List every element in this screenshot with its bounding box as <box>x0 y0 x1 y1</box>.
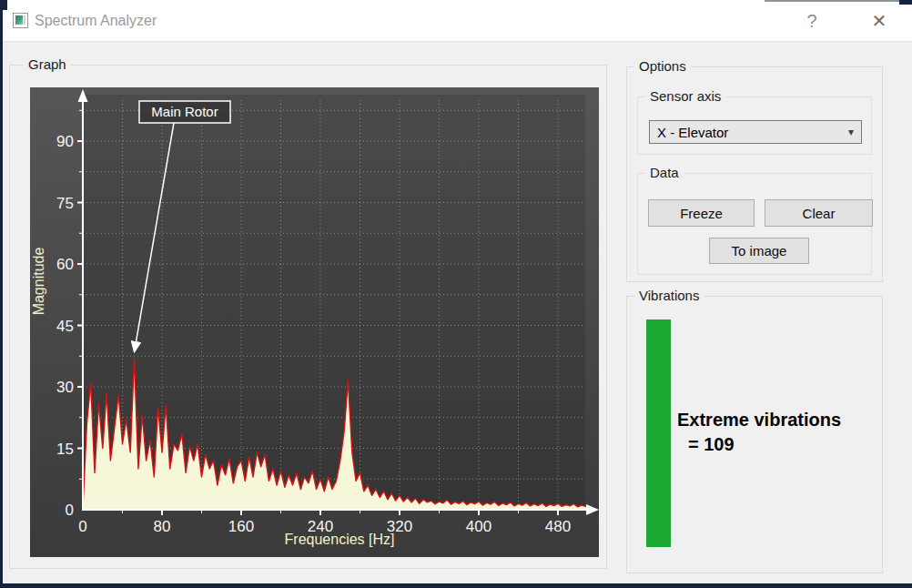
graph-group-label: Graph <box>24 56 71 72</box>
svg-text:75: 75 <box>56 195 74 212</box>
window-left-edge <box>0 0 3 588</box>
svg-text:80: 80 <box>154 518 171 535</box>
freeze-button[interactable]: Freeze <box>648 199 755 227</box>
vibrations-groupbox: Vibrations Extreme vibrations = 109 <box>626 296 883 573</box>
vibration-message-line1: Extreme vibrations <box>677 408 882 432</box>
svg-text:60: 60 <box>56 256 74 273</box>
annotation-label: Main Rotor <box>151 104 218 119</box>
svg-text:0: 0 <box>66 502 74 519</box>
window-title: Spectrum Analyzer <box>35 0 157 41</box>
svg-text:0: 0 <box>78 518 86 535</box>
window-top-right-corner <box>899 0 912 5</box>
app-icon-image <box>15 15 23 25</box>
x-axis-arrow <box>586 504 599 515</box>
sensor-axis-selected-value: X - Elevator <box>657 125 728 140</box>
svg-text:480: 480 <box>545 518 571 535</box>
options-group-label: Options <box>634 58 691 74</box>
window-top-edge <box>765 0 899 2</box>
svg-text:15: 15 <box>56 441 74 458</box>
vibration-message-line2: = 109 <box>677 432 882 457</box>
vibrations-group-label: Vibrations <box>634 288 704 303</box>
sensor-axis-groupbox: Sensor axis X - Elevator ▾ <box>637 96 872 155</box>
sensor-axis-group-label: Sensor axis <box>645 88 725 104</box>
data-groupbox: Data Freeze Clear To image <box>637 173 872 275</box>
window-bottom-edge <box>0 583 912 588</box>
clear-button[interactable]: Clear <box>765 199 873 227</box>
svg-text:160: 160 <box>228 518 254 535</box>
to-image-button[interactable]: To image <box>709 238 809 264</box>
chevron-down-icon: ▾ <box>848 126 854 138</box>
app-icon-detail <box>24 15 25 25</box>
svg-text:45: 45 <box>56 318 74 335</box>
sensor-axis-dropdown[interactable]: X - Elevator ▾ <box>649 120 862 144</box>
data-group-label: Data <box>645 165 684 180</box>
y-axis-label: Magnitude <box>31 248 46 316</box>
svg-text:90: 90 <box>56 133 74 150</box>
x-axis-label: Frequencies [Hz] <box>285 532 395 547</box>
window-top-left-corner <box>0 0 7 10</box>
svg-text:400: 400 <box>466 518 491 535</box>
vibration-message: Extreme vibrations = 109 <box>677 408 882 457</box>
app-icon <box>13 13 28 28</box>
plot-panel: 0153045607590080160240320400480Frequenci… <box>30 87 599 557</box>
title-bar: Spectrum Analyzer ? ✕ <box>0 0 912 42</box>
svg-text:30: 30 <box>56 379 74 396</box>
vibration-level-bar <box>646 319 671 547</box>
help-button[interactable]: ? <box>797 6 826 35</box>
close-button[interactable]: ✕ <box>865 6 894 35</box>
spectrum-plot: 0153045607590080160240320400480Frequenci… <box>30 87 599 557</box>
spectrum-analyzer-window: Spectrum Analyzer ? ✕ Graph 015304560759… <box>0 0 912 588</box>
